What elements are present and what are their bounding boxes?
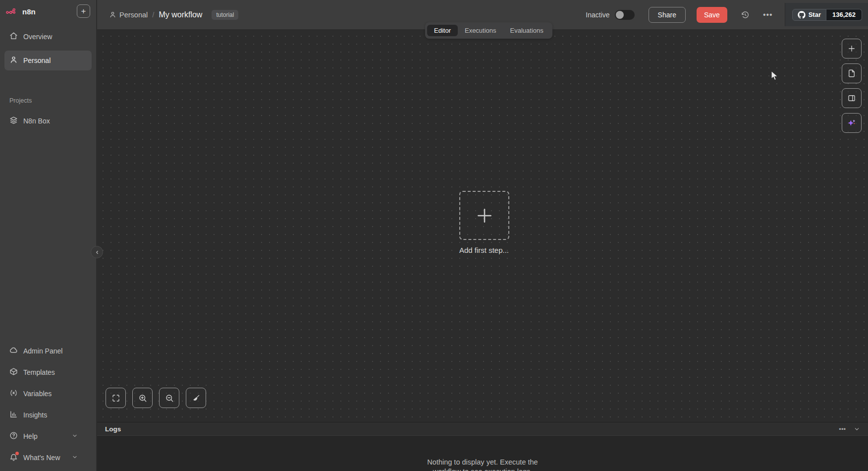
zoom-in-button[interactable] — [132, 388, 153, 408]
github-icon — [798, 11, 806, 19]
logs-empty-state: Nothing to display yet. Execute the work… — [97, 458, 868, 471]
user-icon — [9, 56, 18, 65]
sidebar-item-label: What's New — [23, 454, 60, 462]
bar-chart-icon — [9, 410, 18, 420]
package-icon — [9, 367, 18, 377]
sidebar-item-label: Overview — [23, 33, 52, 41]
sidebar-bottom-nav: Admin Panel Templates Variables — [0, 340, 96, 468]
toggle-panel-button[interactable] — [842, 88, 862, 108]
chevron-down-icon — [72, 454, 78, 462]
activation-status-label: Inactive — [586, 11, 609, 19]
sidebar-item-label: Help — [23, 432, 38, 440]
logs-more-options-icon[interactable]: ••• — [839, 425, 846, 433]
panel-right-icon — [847, 94, 856, 103]
activation-toggle-group: Inactive — [586, 10, 634, 20]
sidebar-item-templates[interactable]: Templates — [4, 361, 92, 383]
breadcrumb: Personal / My workflow tutorial — [97, 10, 238, 20]
github-zone: Star 136,262 — [785, 3, 868, 26]
add-sticky-note-button[interactable] — [842, 63, 862, 83]
workflow-history-icon[interactable] — [738, 8, 752, 22]
logs-actions: ••• — [839, 425, 860, 433]
variable-icon — [9, 389, 18, 399]
more-options-icon[interactable]: ••• — [763, 10, 773, 19]
plus-icon — [847, 44, 856, 53]
add-workflow-button[interactable]: + — [77, 4, 90, 18]
sidebar-item-insights[interactable]: Insights — [4, 404, 92, 425]
file-icon — [847, 69, 856, 78]
bell-icon — [9, 453, 18, 462]
toggle-knob — [616, 11, 624, 19]
add-first-step-label: Add first step... — [410, 246, 558, 254]
sidebar-item-whats-new[interactable]: What's New — [4, 447, 92, 468]
canvas-side-toolbar — [842, 39, 862, 133]
github-star-count[interactable]: 136,262 — [826, 9, 862, 21]
sidebar-item-label: N8n Box — [23, 117, 50, 125]
zoom-out-button[interactable] — [159, 388, 179, 408]
workflow-canvas[interactable]: Add first step... — [97, 29, 868, 422]
layers-icon — [9, 116, 18, 126]
sidebar-item-label: Personal — [23, 57, 51, 64]
sparkles-icon — [847, 118, 857, 128]
tab-evaluations[interactable]: Evaluations — [503, 25, 550, 36]
sidebar-item-personal[interactable]: Personal — [4, 51, 92, 70]
user-icon — [109, 11, 116, 18]
github-star-widget[interactable]: Star 136,262 — [792, 9, 862, 21]
activation-toggle[interactable] — [615, 10, 635, 20]
breadcrumb-separator: / — [152, 10, 154, 19]
sidebar-item-help[interactable]: Help — [4, 425, 92, 447]
notification-dot — [15, 452, 19, 455]
n8n-logo-icon[interactable] — [6, 7, 19, 15]
logs-title: Logs — [105, 425, 121, 433]
sidebar-collapse-button[interactable] — [91, 246, 103, 258]
logo-row: n8n + — [0, 0, 96, 23]
breadcrumb-project[interactable]: Personal — [109, 11, 148, 19]
sidebar-item-variables[interactable]: Variables — [4, 383, 92, 404]
plus-icon — [475, 206, 494, 225]
logs-collapse-icon[interactable] — [854, 426, 860, 432]
sidebar-item-admin-panel[interactable]: Admin Panel — [4, 340, 92, 361]
projects-section-label: Projects — [9, 97, 96, 104]
save-button[interactable]: Save — [697, 7, 727, 23]
sidebar: n8n + Overview Personal — [0, 0, 97, 471]
canvas-zoom-toolbar — [106, 388, 206, 408]
chevron-left-icon — [95, 250, 100, 255]
zoom-in-icon — [138, 394, 147, 403]
add-node-button[interactable] — [842, 39, 862, 59]
n8n-workflow-editor: n8n + Overview Personal — [0, 0, 868, 471]
cloud-icon — [9, 346, 18, 356]
view-tabs: Editor Executions Evaluations — [425, 22, 552, 39]
sidebar-main-nav: Overview Personal — [0, 27, 96, 70]
fit-view-button[interactable] — [106, 388, 126, 408]
sidebar-item-label: Variables — [23, 390, 52, 398]
sidebar-item-n8n-box[interactable]: N8n Box — [4, 111, 92, 131]
ai-assistant-button[interactable] — [842, 113, 862, 133]
help-circle-icon — [9, 431, 18, 441]
fit-view-icon — [111, 394, 120, 403]
tidy-up-button[interactable] — [186, 388, 206, 408]
sidebar-item-label: Insights — [23, 411, 47, 419]
home-icon — [9, 32, 18, 42]
chevron-down-icon — [72, 432, 78, 440]
workflow-title[interactable]: My workflow — [159, 10, 202, 19]
sidebar-item-overview[interactable]: Overview — [4, 27, 92, 47]
logs-panel: Logs ••• Nothing to display yet. Execute… — [97, 422, 868, 471]
workflow-tag[interactable]: tutorial — [212, 10, 238, 20]
github-star-button[interactable]: Star — [792, 9, 826, 21]
broom-icon — [192, 394, 201, 403]
logs-header[interactable]: Logs ••• — [97, 422, 868, 436]
tab-executions[interactable]: Executions — [458, 25, 503, 36]
sidebar-projects-nav: N8n Box — [0, 111, 96, 131]
sidebar-item-label: Admin Panel — [23, 347, 62, 355]
github-star-label: Star — [809, 11, 821, 18]
header-actions: Inactive Share Save ••• Star — [586, 0, 868, 29]
add-first-step-button[interactable] — [459, 191, 509, 240]
brand-name: n8n — [22, 7, 36, 16]
sidebar-item-label: Templates — [23, 368, 55, 376]
tab-editor[interactable]: Editor — [427, 25, 458, 36]
zoom-out-icon — [165, 394, 174, 403]
share-button[interactable]: Share — [649, 7, 686, 23]
